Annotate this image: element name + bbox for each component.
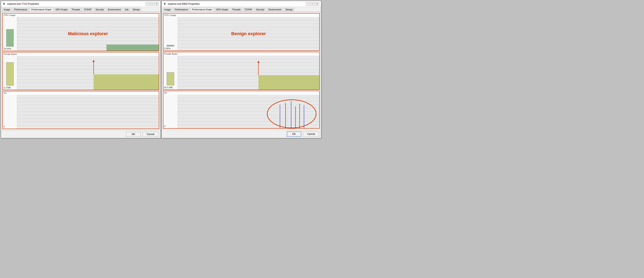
tab-environment-1[interactable]: Environment xyxy=(106,8,122,12)
io-spike-4 xyxy=(295,106,296,128)
private-panel-2: Private Bytes 92.6 MB xyxy=(163,52,320,90)
io-chart-2 xyxy=(178,94,320,128)
maximize-button-2[interactable]: □ xyxy=(310,2,315,6)
private-bar-2 xyxy=(167,72,174,85)
window-1: 🖥 explorer.exe:7724 Properties ─ □ ✕ Ima… xyxy=(1,1,161,138)
private-bar-container-2 xyxy=(164,56,177,86)
io-inner-2: 0 xyxy=(164,94,320,128)
tab-security-2[interactable]: Security xyxy=(254,8,266,12)
tab-tcpip-1[interactable]: TCP/IP xyxy=(82,8,93,12)
io-chart-1 xyxy=(17,95,159,129)
tab-threads-1[interactable]: Threads xyxy=(70,8,82,12)
private-inner-2: 92.6 MB xyxy=(164,56,320,89)
tab-environment-2[interactable]: Environment xyxy=(267,8,283,12)
cpu-bar-container-2 xyxy=(164,18,177,47)
tab-gpu-graph-2[interactable]: GPU Graph xyxy=(214,8,230,12)
footer-1: OK Cancel xyxy=(1,130,160,138)
io-value-1: 0 xyxy=(4,125,16,128)
close-button-2[interactable]: ✕ xyxy=(315,2,319,6)
tab-gpu-graph-1[interactable]: GPU Graph xyxy=(54,8,69,12)
cpu-fill-1 xyxy=(106,44,159,51)
io-sidebar-2: 0 xyxy=(164,94,178,128)
minimize-button-1[interactable]: ─ xyxy=(146,2,150,6)
app-icon-2: 🖥 xyxy=(164,2,167,6)
title-bar-left-1: 🖥 explorer.exe:7724 Properties xyxy=(3,2,39,6)
title-bar-2: 🖥 explorer.exe:6900 Properties ─ □ ✕ xyxy=(162,1,321,7)
private-chart-1 xyxy=(17,56,159,90)
io-label-2: I/O xyxy=(164,91,320,94)
io-spike-6 xyxy=(304,105,304,128)
window-2: 🖥 explorer.exe:6900 Properties ─ □ ✕ Ima… xyxy=(162,1,322,138)
io-oval-annotation xyxy=(267,100,316,128)
io-spike-1 xyxy=(280,104,280,128)
cpu-chart-1: Malicious explorer xyxy=(17,17,159,51)
window-title-2: explorer.exe:6900 Properties xyxy=(168,2,200,6)
io-panel-1: I/O 0 xyxy=(2,91,159,129)
cpu-panel-1: CPU Usage 16.64% xyxy=(2,13,159,51)
cpu-value-2: 0.00% xyxy=(164,47,177,50)
tab-image-1[interactable]: Image xyxy=(2,8,12,12)
cpu-bar-2 xyxy=(167,45,174,46)
cpu-value-1: 16.64% xyxy=(4,48,16,50)
content-1: CPU Usage 16.64% xyxy=(1,12,160,130)
io-label-1: I/O xyxy=(3,91,159,95)
app-icon-1: 🖥 xyxy=(3,2,6,6)
cpu-panel-2: CPU Usage 0.00% xyxy=(163,13,320,51)
private-panel-1: Private Bytes 2.3 MB xyxy=(2,52,159,90)
footer-2: OK Cancel xyxy=(162,130,321,138)
ok-button-2[interactable]: OK xyxy=(287,131,301,137)
io-spike-2 xyxy=(285,103,286,128)
private-inner-1: 2.3 MB xyxy=(3,56,159,90)
close-button-1[interactable]: ✕ xyxy=(155,2,159,6)
window-title-1: explorer.exe:7724 Properties xyxy=(7,2,39,6)
io-value-2: 0 xyxy=(164,125,177,128)
private-sidebar-1: 2.3 MB xyxy=(3,56,17,90)
tab-perf-graph-2[interactable]: Performance Graph xyxy=(190,8,214,12)
cpu-inner-2: 0.00% Benign explorer xyxy=(164,17,320,50)
private-arrow-1 xyxy=(92,60,95,74)
tab-performance-1[interactable]: Performance xyxy=(12,8,29,12)
private-fill-2 xyxy=(258,75,319,90)
minimize-button-2[interactable]: ─ xyxy=(306,2,310,6)
private-arrow-2 xyxy=(258,61,260,75)
private-value-2: 92.6 MB xyxy=(164,86,177,89)
private-sidebar-2: 92.6 MB xyxy=(164,56,178,89)
tab-performance-2[interactable]: Performance xyxy=(173,8,190,12)
tab-image-2[interactable]: Image xyxy=(162,8,173,12)
cpu-bar-1 xyxy=(6,29,14,46)
private-label-2: Private Bytes xyxy=(164,52,320,56)
io-spike-5 xyxy=(300,104,300,128)
cpu-label-2: CPU Usage xyxy=(164,14,320,17)
cancel-button-1[interactable]: Cancel xyxy=(142,132,158,137)
io-sidebar-1: 0 xyxy=(3,95,17,129)
cancel-button-2[interactable]: Cancel xyxy=(303,131,319,137)
title-controls-1: ─ □ ✕ xyxy=(146,2,159,6)
cpu-chart-2: Benign explorer xyxy=(178,17,320,50)
tab-strings-2[interactable]: Strings xyxy=(284,8,294,12)
title-bar-left-2: 🖥 explorer.exe:6900 Properties xyxy=(164,2,200,6)
private-label-1: Private Bytes xyxy=(3,52,159,56)
cpu-inner-1: 16.64% Malicious explorer xyxy=(3,17,159,51)
tab-perf-graph-1[interactable]: Performance Graph xyxy=(30,8,54,12)
maximize-button-1[interactable]: □ xyxy=(150,2,154,6)
tab-security-1[interactable]: Security xyxy=(94,8,106,12)
private-value-1: 2.3 MB xyxy=(4,86,16,89)
private-bar-container-1 xyxy=(4,56,16,86)
cpu-sidebar-1: 16.64% xyxy=(3,17,17,51)
tab-bar-1: Image Performance Performance Graph GPU … xyxy=(1,7,160,12)
tab-bar-2: Image Performance Performance Graph GPU … xyxy=(162,7,321,12)
io-spike-3 xyxy=(291,101,291,128)
title-controls-2: ─ □ ✕ xyxy=(306,2,319,6)
tab-job-1[interactable]: Job xyxy=(123,8,130,12)
cpu-sidebar-2: 0.00% xyxy=(164,17,178,50)
cpu-bar-container-1 xyxy=(4,18,16,48)
tab-tcpip-2[interactable]: TCP/IP xyxy=(243,8,254,12)
private-fill-1 xyxy=(94,74,158,90)
io-inner-1: 0 xyxy=(3,95,159,129)
io-panel-2: I/O 0 xyxy=(163,91,320,129)
title-bar-1: 🖥 explorer.exe:7724 Properties ─ □ ✕ xyxy=(1,1,160,7)
content-2: CPU Usage 0.00% xyxy=(162,12,321,130)
ok-button-1[interactable]: OK xyxy=(126,132,140,137)
tab-strings-1[interactable]: Strings xyxy=(131,8,142,12)
tab-threads-2[interactable]: Threads xyxy=(230,8,242,12)
